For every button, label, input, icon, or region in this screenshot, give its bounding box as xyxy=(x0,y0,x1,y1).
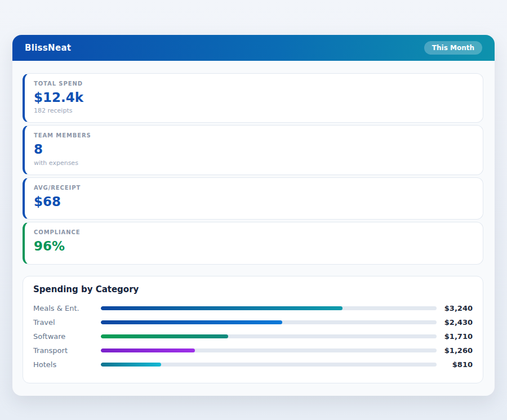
bar-fill xyxy=(101,334,228,338)
bar-fill xyxy=(101,363,161,367)
chart-row: Meals & Ent. $3,240 xyxy=(33,301,473,315)
stat-value: $68 xyxy=(34,194,473,209)
chart-title: Spending by Category xyxy=(33,284,473,294)
bar-fill xyxy=(101,320,282,324)
bar-track xyxy=(101,363,437,367)
stat-value: $12.4k xyxy=(34,90,473,105)
bar-track xyxy=(101,320,437,324)
page-background: BlissNeat This Month TOTAL SPEND $12.4k … xyxy=(0,35,507,396)
stat-label: TEAM MEMBERS xyxy=(34,132,473,138)
chart-value-label: $1,260 xyxy=(437,346,473,355)
stat-card: AVG/RECEIPT $68 xyxy=(23,177,483,220)
chart-value-label: $2,430 xyxy=(437,318,473,327)
period-badge[interactable]: This Month xyxy=(424,41,482,55)
stat-card: TEAM MEMBERS 8 with expenses xyxy=(23,125,483,175)
chart-rows: Meals & Ent. $3,240 Travel $2,430 Softwa… xyxy=(33,301,473,372)
chart-row: Software $1,710 xyxy=(33,329,473,343)
stat-subtext: 182 receipts xyxy=(34,107,473,114)
bar-track xyxy=(101,306,437,310)
stat-label: COMPLIANCE xyxy=(34,229,473,235)
bar-track xyxy=(101,334,437,338)
stat-card: COMPLIANCE 96% xyxy=(23,222,483,264)
chart-category-label: Meals & Ent. xyxy=(33,304,101,312)
chart-category-label: Transport xyxy=(33,346,101,355)
dashboard-content: TOTAL SPEND $12.4k 182 receipts TEAM MEM… xyxy=(12,61,495,396)
chart-category-label: Travel xyxy=(33,318,101,327)
bar-fill xyxy=(101,348,195,352)
stat-label: TOTAL SPEND xyxy=(34,81,473,87)
stat-value: 8 xyxy=(34,142,473,157)
stat-subtext: with expenses xyxy=(34,159,473,167)
bar-track xyxy=(101,348,437,352)
chart-category-label: Software xyxy=(33,332,101,341)
chart-row: Hotels $810 xyxy=(33,358,473,372)
chart-value-label: $1,710 xyxy=(437,332,473,341)
bar-fill xyxy=(101,306,343,310)
spending-by-category-card: Spending by Category Meals & Ent. $3,240… xyxy=(23,276,483,383)
chart-value-label: $3,240 xyxy=(437,304,473,312)
app-title: BlissNeat xyxy=(25,43,71,53)
dashboard-panel: BlissNeat This Month TOTAL SPEND $12.4k … xyxy=(12,35,495,396)
app-header: BlissNeat This Month xyxy=(12,35,495,61)
stat-card: TOTAL SPEND $12.4k 182 receipts xyxy=(23,73,483,123)
chart-row: Travel $2,430 xyxy=(33,315,473,329)
stat-label: AVG/RECEIPT xyxy=(34,185,473,191)
stats-section: TOTAL SPEND $12.4k 182 receipts TEAM MEM… xyxy=(23,73,483,265)
chart-value-label: $810 xyxy=(437,360,473,369)
stat-value: 96% xyxy=(34,239,473,253)
chart-row: Transport $1,260 xyxy=(33,343,473,358)
chart-category-label: Hotels xyxy=(33,360,101,369)
